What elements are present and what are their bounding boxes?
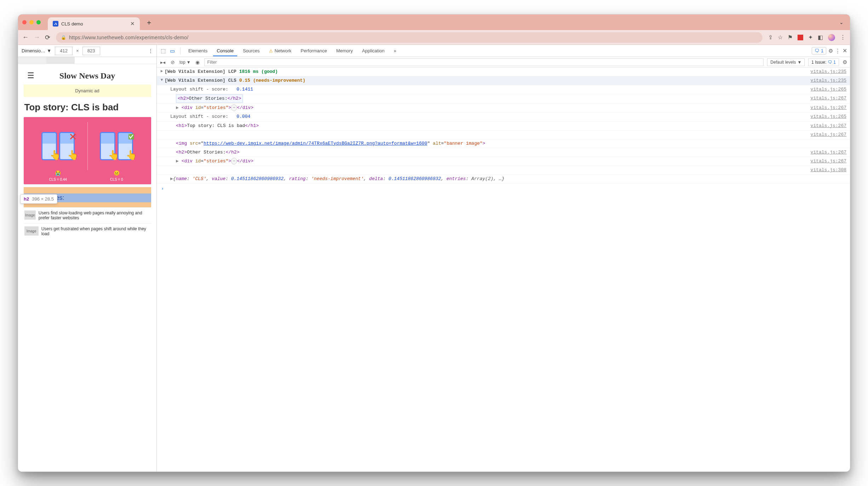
menu-icon[interactable]: ☰ (27, 71, 34, 80)
url-text: https://www.tunetheweb.com/experiments/c… (69, 35, 188, 40)
bookmark-icon[interactable]: ☆ (778, 34, 783, 41)
ad-banner: Dynamic ad (24, 85, 151, 97)
device-options-button[interactable]: ⋮ (148, 48, 153, 53)
tab-performance[interactable]: Performance (297, 45, 330, 56)
clear-console-button[interactable]: ⊘ (170, 59, 176, 65)
tab-console[interactable]: Console (213, 45, 237, 56)
source-link[interactable]: vitals.js:267 (811, 149, 846, 156)
flag-icon[interactable]: ⚑ (788, 34, 793, 41)
console-row[interactable]: ▼ [Web Vitals Extension] CLS 0.15 (needs… (157, 76, 850, 85)
source-link[interactable]: vitals.js:265 (811, 86, 846, 93)
console-sidebar-toggle[interactable]: ▸◂ (160, 59, 166, 65)
console-row[interactable]: vitals.js:267 (157, 131, 850, 139)
device-toolbar: Dimensio…▼ × ⋮ (18, 45, 156, 57)
lock-icon: 🔒 (61, 35, 66, 40)
extensions-icon[interactable]: ✦ (808, 34, 813, 41)
tab-sources[interactable]: Sources (239, 45, 263, 56)
tooltip-tag: h2 (24, 196, 29, 202)
back-button[interactable]: ← (22, 34, 29, 41)
context-select[interactable]: top▼ (179, 60, 191, 65)
console-row[interactable]: ▶ {name: 'CLS', value: 0.145118628609869… (157, 175, 850, 184)
tooltip-dims: 396 × 28.5 (32, 196, 54, 202)
inspect-element-icon[interactable]: ⬚ (160, 48, 167, 54)
favicon-icon (53, 21, 58, 27)
window-minimize-button[interactable] (29, 20, 34, 24)
tab-elements[interactable]: Elements (185, 45, 211, 56)
console-row[interactable]: ▶ <div id="stories">⋯</div> vitals.js:26… (157, 104, 850, 112)
window-close-button[interactable] (22, 20, 27, 24)
height-input[interactable] (82, 47, 100, 55)
console-settings-icon[interactable]: ⚙ (843, 59, 847, 65)
width-input[interactable] (55, 47, 73, 55)
reload-button[interactable]: ⟳ (45, 34, 50, 41)
tabs-menu-button[interactable]: ⌄ (839, 19, 844, 25)
console-row[interactable]: <h1>Top story: CLS is bad</h1> vitals.js… (157, 122, 850, 131)
dimension-separator: × (76, 48, 79, 53)
story-thumb: Image (24, 210, 36, 220)
console-row[interactable]: Layout shift - score: 0.1411 vitals.js:2… (157, 85, 850, 94)
console-output: ▶ [Web Vitals Extension] LCP 1816 ms (go… (157, 68, 850, 471)
console-badge[interactable]: 🗨 1 (812, 47, 826, 54)
sidepanel-icon[interactable]: ◧ (818, 34, 823, 41)
page-header: ☰ Slow News Day (24, 68, 151, 83)
source-link[interactable]: vitals.js:267 (811, 157, 846, 165)
live-expression-icon[interactable]: ◉ (194, 59, 201, 65)
source-link[interactable]: vitals.js:308 (811, 166, 846, 174)
ruler (18, 57, 156, 64)
devtools-close-button[interactable]: ✕ (843, 47, 847, 54)
banner-caption-left: CLS = 0.44 (29, 178, 87, 181)
device-preview-panel: Dimensio…▼ × ⋮ ☰ Slow News Day Dynamic a… (18, 45, 157, 471)
element-tooltip: h2396 × 28.5 (20, 194, 57, 204)
tab-network[interactable]: Network (265, 45, 295, 56)
device-select[interactable]: Dimensio…▼ (22, 48, 51, 53)
banner-caption-right: CLS = 0 (87, 178, 146, 181)
source-link[interactable]: vitals.js:235 (811, 68, 846, 76)
source-link[interactable]: vitals.js:267 (811, 104, 846, 112)
console-row[interactable]: vitals.js:308 (157, 166, 850, 175)
story-text: Users get frustrated when pages shift ar… (41, 226, 150, 236)
forward-button[interactable]: → (34, 34, 40, 41)
console-filter-input[interactable] (204, 58, 764, 66)
list-item[interactable]: Image Users get frustrated when pages sh… (24, 223, 151, 239)
address-bar: ← → ⟳ 🔒 https://www.tunetheweb.com/exper… (18, 30, 850, 45)
profile-avatar[interactable] (828, 34, 835, 41)
source-link[interactable]: vitals.js:267 (811, 122, 846, 130)
source-link[interactable]: vitals.js:267 (811, 94, 846, 103)
page-preview: ☰ Slow News Day Dynamic ad Top story: CL… (18, 64, 156, 471)
extension-red-icon[interactable] (798, 35, 803, 40)
console-row[interactable]: <img src="https://web-dev.imgix.net/imag… (157, 139, 850, 148)
tab-title: CLS demo (61, 21, 127, 27)
site-title: Slow News Day (59, 71, 115, 81)
new-tab-button[interactable]: ＋ (145, 18, 153, 27)
tab-application[interactable]: Application (359, 45, 388, 56)
hero-image: 👆 👆❌ 👆 👆✅ 😭 😐 CLS = 0.44 CLS = 0 (24, 117, 151, 184)
console-row[interactable]: ▶ [Web Vitals Extension] LCP 1816 ms (go… (157, 68, 850, 76)
issues-button[interactable]: 1 Issue: 🗨1 (808, 58, 839, 66)
share-icon[interactable]: ⇪ (768, 34, 773, 41)
list-item[interactable]: Image Users find slow-loading web pages … (24, 207, 151, 223)
toolbar-icons: ⇪ ☆ ⚑ ✦ ◧ ⋮ (768, 34, 846, 41)
device-toggle-icon[interactable]: ▭ (169, 48, 176, 54)
titlebar: CLS demo ✕ ＋ ⌄ (18, 15, 850, 30)
tab-memory[interactable]: Memory (333, 45, 356, 56)
window-maximize-button[interactable] (36, 20, 41, 24)
console-row[interactable]: Layout shift - score: 0.004 vitals.js:26… (157, 112, 850, 121)
console-toolbar: ▸◂ ⊘ top▼ ◉ Default levels▼ 1 Issue: 🗨1 … (157, 57, 850, 68)
log-levels-select[interactable]: Default levels▼ (767, 58, 805, 66)
console-row[interactable]: <h2>Other Stories:</h2> vitals.js:267 (157, 94, 850, 104)
browser-tab[interactable]: CLS demo ✕ (48, 17, 140, 30)
main-area: Dimensio…▼ × ⋮ ☰ Slow News Day Dynamic a… (18, 45, 850, 471)
tab-close-button[interactable]: ✕ (130, 21, 135, 27)
console-prompt[interactable]: › (157, 184, 850, 194)
devtools-tabs: ⬚ ▭ Elements Console Sources Network Per… (157, 45, 850, 57)
source-link[interactable]: vitals.js:267 (811, 131, 846, 139)
settings-icon[interactable]: ⚙ (828, 48, 833, 54)
tabs-overflow-button[interactable]: » (390, 45, 400, 56)
console-row[interactable]: <h2>Other Stories:</h2> vitals.js:267 (157, 148, 850, 157)
source-link[interactable]: vitals.js:265 (811, 113, 846, 121)
url-input[interactable]: 🔒 https://www.tunetheweb.com/experiments… (56, 32, 763, 43)
chrome-menu-button[interactable]: ⋮ (840, 34, 846, 41)
devtools-menu-button[interactable]: ⋮ (835, 48, 840, 54)
source-link[interactable]: vitals.js:235 (811, 77, 846, 85)
console-row[interactable]: ▶ <div id="stories">⋯</div> vitals.js:26… (157, 157, 850, 166)
